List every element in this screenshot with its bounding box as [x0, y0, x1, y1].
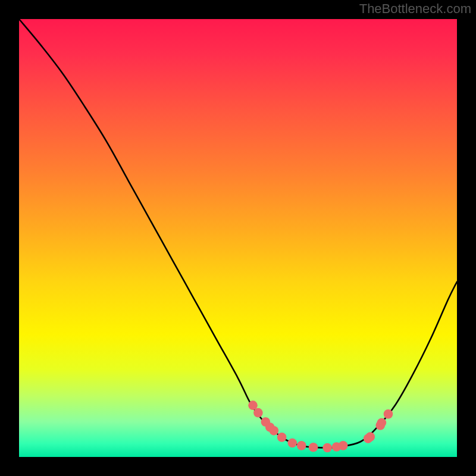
watermark-text: TheBottleneck.com [359, 1, 471, 17]
chart-svg [19, 19, 457, 457]
data-point [297, 441, 306, 450]
data-point [253, 408, 263, 418]
chart-area [19, 19, 457, 457]
data-point [270, 426, 279, 436]
data-points [248, 400, 393, 452]
data-point [365, 432, 375, 441]
data-point [309, 443, 318, 452]
data-point [248, 400, 258, 410]
data-point [377, 418, 387, 428]
data-point [339, 441, 348, 450]
data-point [384, 409, 393, 419]
curve-line [19, 19, 457, 448]
data-point [277, 433, 287, 442]
data-point [287, 439, 297, 448]
data-point [322, 443, 332, 453]
